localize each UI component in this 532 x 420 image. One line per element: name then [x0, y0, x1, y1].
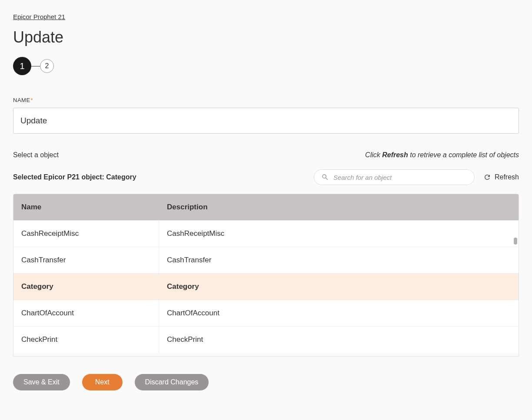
refresh-hint: Click Refresh to retrieve a complete lis…: [365, 151, 519, 159]
table-row[interactable]: CashTransferCashTransfer: [13, 247, 519, 273]
required-marker: *: [31, 97, 33, 103]
header-name[interactable]: Name: [13, 194, 159, 220]
refresh-icon: [483, 173, 491, 181]
step-connector: [31, 66, 40, 66]
footer-buttons: Save & Exit Next Discard Changes: [13, 374, 519, 390]
step-indicator: 1 2: [13, 57, 519, 75]
object-table: Name Description CashReceiptMiscCashRece…: [13, 194, 519, 357]
search-icon: [321, 173, 329, 181]
cell-description: CashTransfer: [159, 247, 519, 273]
cell-name: CashReceiptMisc: [13, 221, 159, 247]
cell-description: ChartOfAccount: [159, 300, 519, 326]
page-title: Update: [13, 28, 519, 46]
table-body: CashReceiptMiscCashReceiptMiscCashTransf…: [13, 220, 519, 356]
step-2[interactable]: 2: [40, 59, 54, 73]
breadcrumb-link[interactable]: Epicor Prophet 21: [13, 13, 65, 20]
cell-description: Category: [159, 274, 519, 300]
table-row[interactable]: CheckPrintCheckPrint: [13, 326, 519, 353]
name-field-label: NAME*: [13, 97, 519, 103]
search-input[interactable]: [333, 174, 467, 181]
table-row[interactable]: CategoryCategory: [13, 273, 519, 300]
cell-description: CheckPrint: [159, 327, 519, 353]
header-description[interactable]: Description: [159, 194, 519, 220]
scrollbar-thumb[interactable]: [514, 238, 517, 245]
step-1[interactable]: 1: [13, 57, 31, 75]
select-object-label: Select a object: [13, 151, 59, 159]
selected-object-label: Selected Epicor P21 object: Category: [13, 173, 136, 181]
cell-name: Category: [13, 274, 159, 300]
cell-name: CheckPrint: [13, 327, 159, 353]
discard-button[interactable]: Discard Changes: [135, 374, 209, 390]
refresh-button[interactable]: Refresh: [483, 173, 519, 181]
table-header: Name Description: [13, 194, 519, 220]
refresh-label: Refresh: [495, 173, 519, 181]
table-row[interactable]: CashReceiptMiscCashReceiptMisc: [13, 220, 519, 247]
save-exit-button[interactable]: Save & Exit: [13, 374, 70, 390]
cell-name: ChartOfAccount: [13, 300, 159, 326]
next-button[interactable]: Next: [82, 374, 123, 390]
table-row[interactable]: ChartOfAccountChartOfAccount: [13, 300, 519, 326]
name-input[interactable]: [13, 108, 519, 134]
search-box[interactable]: [314, 169, 475, 185]
cell-description: CashReceiptMisc: [159, 221, 519, 247]
cell-name: CashTransfer: [13, 247, 159, 273]
